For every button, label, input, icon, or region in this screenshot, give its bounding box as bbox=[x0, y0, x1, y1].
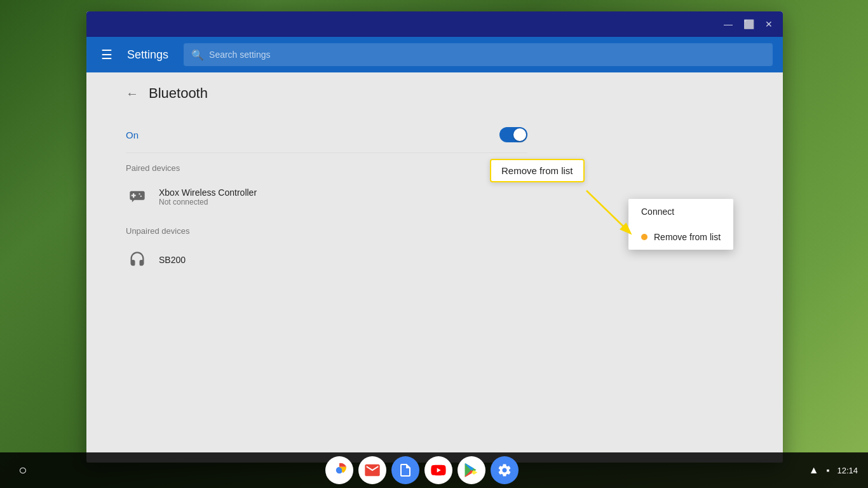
minimize-button[interactable]: — bbox=[719, 15, 737, 33]
app-header: ☰ Settings 🔍 bbox=[86, 37, 783, 72]
svg-point-3 bbox=[337, 468, 342, 473]
search-bar: 🔍 bbox=[184, 43, 773, 66]
battery-icon: ▪ bbox=[826, 465, 829, 475]
connect-menu-item[interactable]: Connect bbox=[628, 199, 733, 224]
youtube-app-icon[interactable] bbox=[424, 456, 452, 484]
sb200-info: SB200 bbox=[159, 255, 527, 265]
maximize-button[interactable]: ⬜ bbox=[740, 15, 757, 33]
time-display: 12:14 bbox=[837, 466, 858, 475]
bluetooth-toggle[interactable] bbox=[499, 127, 527, 142]
titlebar: — ⬜ ✕ bbox=[86, 11, 783, 37]
callout-tooltip: Remove from list bbox=[490, 159, 585, 182]
taskbar-left: ○ bbox=[10, 458, 36, 483]
window-controls: — ⬜ ✕ bbox=[719, 15, 778, 33]
unpaired-devices-label: Unpaired devices bbox=[126, 216, 527, 241]
sb200-row[interactable]: SB200 bbox=[126, 241, 527, 279]
xbox-controller-status: Not connected bbox=[159, 198, 527, 207]
context-menu: Connect Remove from list bbox=[628, 199, 733, 250]
page-header: ← Bluetooth bbox=[126, 85, 527, 102]
wifi-icon: ▲ bbox=[809, 464, 819, 476]
right-panel bbox=[567, 72, 783, 463]
remove-from-list-menu-item[interactable]: Remove from list bbox=[628, 224, 733, 250]
gamepad-icon bbox=[126, 186, 149, 208]
settings-content: ← Bluetooth On Paired devices bbox=[111, 72, 543, 292]
launcher-button[interactable]: ○ bbox=[10, 458, 36, 483]
menu-dot-icon bbox=[641, 234, 648, 240]
taskbar-right: ▲ ▪ 12:14 bbox=[809, 464, 858, 476]
headphones-icon bbox=[126, 248, 149, 271]
xbox-controller-row[interactable]: Xbox Wireless Controller Not connected bbox=[126, 178, 527, 216]
playstore-app-icon[interactable] bbox=[458, 456, 485, 484]
desktop: — ⬜ ✕ ☰ Settings 🔍 ← Bluetooth bbox=[0, 0, 868, 488]
taskbar-center bbox=[325, 456, 519, 484]
taskbar: ○ bbox=[0, 452, 868, 488]
xbox-controller-name: Xbox Wireless Controller bbox=[159, 187, 527, 198]
chrome-app-icon[interactable] bbox=[325, 456, 353, 484]
content-area: ← Bluetooth On Paired devices bbox=[86, 72, 783, 463]
app-title: Settings bbox=[127, 48, 168, 62]
back-button[interactable]: ← bbox=[126, 86, 139, 101]
menu-button[interactable]: ☰ bbox=[97, 47, 117, 62]
close-button[interactable]: ✕ bbox=[760, 15, 778, 33]
launcher-icon: ○ bbox=[18, 462, 27, 478]
page-title: Bluetooth bbox=[149, 85, 208, 102]
docs-app-icon[interactable] bbox=[391, 456, 419, 484]
settings-taskbar-icon[interactable] bbox=[491, 456, 519, 484]
toggle-thumb bbox=[513, 128, 526, 141]
paired-devices-label: Paired devices bbox=[126, 153, 527, 178]
settings-window: — ⬜ ✕ ☰ Settings 🔍 ← Bluetooth bbox=[86, 11, 783, 463]
bluetooth-toggle-row: On bbox=[126, 117, 527, 153]
main-panel: ← Bluetooth On Paired devices bbox=[86, 72, 567, 463]
bluetooth-status-label: On bbox=[126, 130, 139, 140]
xbox-controller-info: Xbox Wireless Controller Not connected bbox=[159, 187, 527, 207]
search-icon: 🔍 bbox=[191, 49, 204, 61]
remove-from-list-label: Remove from list bbox=[654, 232, 721, 242]
search-input[interactable] bbox=[209, 50, 765, 60]
sb200-name: SB200 bbox=[159, 255, 527, 265]
gmail-app-icon[interactable] bbox=[358, 456, 386, 484]
